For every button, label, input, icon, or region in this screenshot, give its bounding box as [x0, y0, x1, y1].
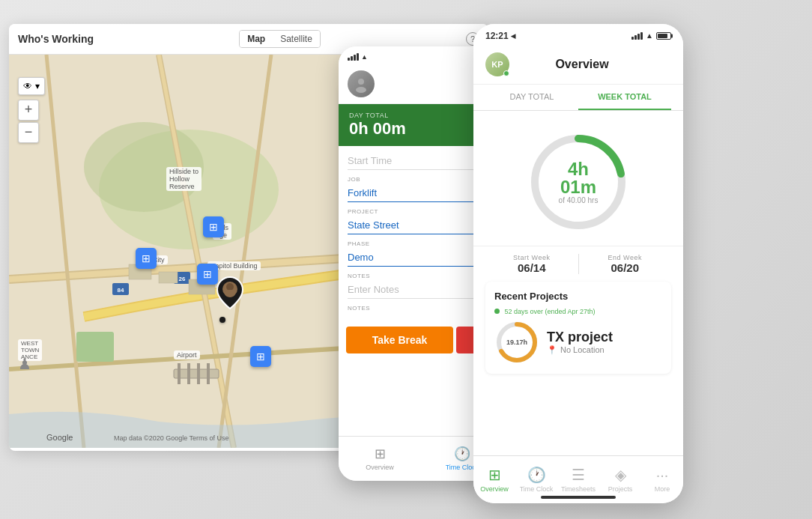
start-week-value: 06/14	[485, 261, 578, 274]
job-label: JOB	[348, 176, 494, 183]
svg-rect-18	[207, 363, 210, 384]
start-week-label: Start Week	[485, 254, 578, 261]
phone2-tabs: DAY TOTAL WEEK TOTAL	[473, 85, 683, 111]
svg-point-24	[226, 283, 234, 291]
p2-nav-projects[interactable]: ◈ Projects	[599, 466, 641, 493]
phone1-signal	[348, 53, 359, 61]
notes-field-1: NOTES Enter Notes	[348, 273, 494, 299]
project-field: PROJECT State Street	[348, 208, 494, 234]
map-marker-building-4[interactable]: ⊞	[250, 346, 271, 367]
start-time-value[interactable]: Start Time	[348, 152, 494, 170]
map-toggle: Map Satellite	[239, 30, 321, 48]
phone1-avatar	[348, 70, 375, 97]
p2-timesheets-label: Timesheets	[561, 485, 596, 493]
avatar-active-dot	[503, 70, 509, 76]
p2-overview-label: Overview	[480, 485, 509, 493]
p2-nav-overview[interactable]: ⊞ Overview	[473, 466, 515, 493]
phone2-avatar: KP	[485, 52, 509, 76]
job-value[interactable]: Forklift	[348, 184, 494, 202]
map-zoom-in[interactable]: +	[18, 100, 39, 121]
project-value[interactable]: State Street	[348, 216, 494, 234]
tab-week-total[interactable]: WEEK TOTAL	[578, 85, 671, 110]
notes-label-1: NOTES	[348, 273, 494, 279]
recent-projects-badge: 52 days over (ended Apr 27th)	[494, 308, 662, 315]
p2-nav-timesheets[interactable]: ☰ Timesheets	[557, 466, 599, 493]
map-label-hillside: Hillside toHollowReserve	[166, 167, 202, 191]
svg-rect-15	[178, 363, 181, 384]
p2-timesheets-icon: ☰	[572, 466, 585, 484]
map-pegman[interactable]: ♟	[18, 355, 31, 373]
map-marker-person[interactable]	[216, 276, 243, 313]
map-marker-building-2[interactable]: ⊞	[136, 248, 157, 269]
end-week-label: End Week	[579, 254, 672, 261]
job-field: JOB Forklift	[348, 176, 494, 202]
week-range: Start Week 06/14 End Week 06/20	[473, 246, 683, 282]
phone2-wifi-icon: ▲	[646, 31, 653, 40]
notes-label-2: NOTES	[348, 305, 494, 312]
notes-value-1[interactable]: Enter Notes	[348, 281, 494, 299]
project-label: PROJECT	[348, 208, 494, 215]
scene: Who's Working Map Satellite ?	[9, 16, 803, 503]
home-indicator	[541, 496, 616, 499]
map-controls: 👁 ▾ + −	[18, 77, 45, 143]
tab-day-total[interactable]: DAY TOTAL	[485, 85, 578, 110]
svg-text:26: 26	[179, 276, 186, 282]
timeclock-icon: 🕐	[454, 446, 470, 462]
svg-point-26	[358, 79, 364, 85]
map-label-airport: Airport	[174, 350, 200, 359]
map-marker-building-1[interactable]: ⊞	[203, 216, 224, 237]
p2-projects-label: Projects	[608, 485, 633, 493]
phase-field: PHASE Demo	[348, 240, 494, 267]
phone2-title: Overview	[517, 58, 647, 71]
map-marker-building-3[interactable]: ⊞	[197, 264, 218, 285]
svg-rect-16	[187, 363, 190, 384]
phone2-status-icons: ▲	[631, 31, 671, 40]
project-location: 📍 No Location	[547, 345, 613, 355]
svg-text:84: 84	[118, 287, 124, 294]
mini-arc-label: 19.17h	[506, 339, 527, 346]
phone2-signal	[631, 32, 643, 40]
take-break-button[interactable]: Take Break	[346, 327, 453, 353]
phase-value[interactable]: Demo	[348, 249, 494, 267]
donut-time: 4h 01m	[551, 160, 607, 195]
p2-nav-timeclock[interactable]: 🕐 Time Clock	[515, 466, 557, 493]
recent-projects-card: Recent Projects 52 days over (ended Apr …	[485, 282, 671, 374]
p2-nav-more[interactable]: ··· More	[641, 467, 683, 493]
p2-more-label: More	[655, 485, 670, 493]
project-details: TX project 📍 No Location	[547, 330, 613, 355]
svg-rect-17	[197, 363, 200, 384]
map-tab-satellite[interactable]: Satellite	[273, 31, 320, 47]
day-total-label: DAY TOTAL	[349, 112, 493, 119]
end-week: End Week 06/20	[579, 254, 672, 274]
donut-subtitle: of 40.00 hrs	[551, 195, 607, 204]
start-week: Start Week 06/14	[485, 254, 578, 274]
p2-timeclock-label: Time Clock	[520, 485, 554, 493]
map-title: Who's Working	[18, 33, 94, 45]
map-eye-button[interactable]: 👁 ▾	[18, 77, 45, 95]
svg-rect-22	[76, 332, 114, 362]
p2-timeclock-icon: 🕐	[527, 466, 546, 484]
p2-projects-icon: ◈	[615, 466, 626, 484]
map-zoom-out[interactable]: −	[18, 122, 39, 143]
donut-section: 4h 01m of 40.00 hrs	[473, 111, 683, 246]
map-data-text: Map data ©2020 Google Terms of Use	[114, 434, 229, 442]
phone1-nav-overview[interactable]: ⊞ Overview	[339, 446, 421, 471]
badge-dot	[494, 309, 500, 314]
phone-2: 12:21 ◂ ▲ KP Overview	[473, 24, 683, 503]
google-watermark: Google	[46, 433, 73, 442]
phone2-time: 12:21 ◂	[485, 31, 631, 41]
phase-label: PHASE	[348, 240, 494, 247]
phone2-battery	[656, 32, 671, 40]
end-week-value: 06/20	[579, 261, 672, 274]
location-pin-icon: 📍	[547, 345, 557, 355]
p2-overview-icon: ⊞	[488, 466, 501, 484]
p2-more-icon: ···	[656, 467, 669, 484]
map-tab-map[interactable]: Map	[240, 31, 273, 47]
phone2-status-bar: 12:21 ◂ ▲	[473, 24, 683, 48]
donut-chart: 4h 01m of 40.00 hrs	[522, 126, 634, 238]
phone1-wifi-icon: ▲	[361, 53, 368, 61]
overview-icon: ⊞	[375, 446, 386, 462]
svg-point-25	[225, 290, 235, 297]
recent-projects-title: Recent Projects	[494, 291, 662, 302]
svg-point-27	[356, 87, 366, 93]
